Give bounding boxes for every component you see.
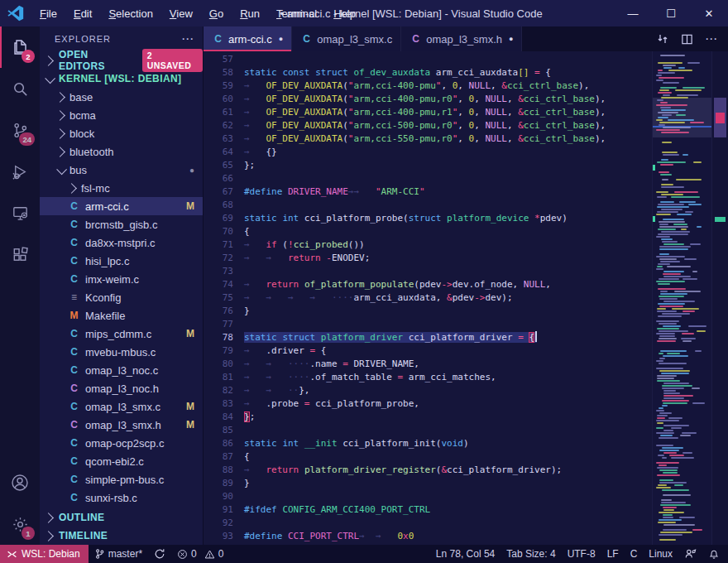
run-debug-activity-icon[interactable] — [0, 151, 40, 192]
open-editors-section[interactable]: OPEN EDITORS 2 UNSAVED — [40, 51, 203, 70]
code-line-75[interactable]: 75→ → → → ····arm_cci_auxdata, &pdev->de… — [204, 291, 650, 305]
code-line-90[interactable]: 90 — [204, 490, 650, 503]
code-line-92[interactable]: 92 — [204, 517, 650, 530]
git-branch-status[interactable]: master* — [89, 545, 148, 563]
eol-sequence[interactable]: LF — [601, 545, 625, 563]
code-line-86[interactable]: 86static int __init cci_platform_init(vo… — [204, 437, 650, 450]
tree-item-brcmstb_gisb.c[interactable]: Cbrcmstb_gisb.c — [40, 215, 203, 233]
code-line-78[interactable]: 78static struct platform_driver cci_plat… — [204, 331, 650, 344]
editor-more-actions-icon[interactable]: ⋯ — [705, 31, 718, 46]
tree-item-omap-ocp2scp.c[interactable]: Comap-ocp2scp.c — [40, 434, 203, 452]
open-changes-icon[interactable] — [656, 32, 669, 46]
tree-item-arm-cci.c[interactable]: Carm-cci.cM — [40, 197, 203, 215]
encoding[interactable]: UTF-8 — [562, 545, 601, 563]
close-button[interactable]: ✕ — [690, 0, 728, 26]
code-line-66[interactable]: 66 — [204, 172, 650, 185]
cursor-position[interactable]: Ln 78, Col 54 — [430, 545, 500, 563]
tree-item-Makefile[interactable]: MMakefile — [40, 306, 203, 325]
code-line-88[interactable]: 88→ return platform_driver_register(&cci… — [204, 464, 650, 477]
tree-item-bluetooth[interactable]: bluetooth — [40, 142, 203, 161]
remote-explorer-activity-icon[interactable] — [0, 192, 40, 233]
workspace-root-section[interactable]: KERNEL [WSL: DEBIAN] — [40, 70, 203, 88]
code-line-84[interactable]: 84}; — [204, 411, 650, 424]
extensions-activity-icon[interactable] — [0, 233, 40, 275]
outline-section[interactable]: OUTLINE — [40, 508, 203, 527]
menu-go[interactable]: Go — [202, 4, 231, 23]
code-line-67[interactable]: 67#define DRIVER_NAME→→ "ARM-CCI" — [204, 185, 650, 199]
sync-button[interactable] — [148, 545, 171, 563]
code-line-61[interactable]: 61→ OF_DEV_AUXDATA("arm,cci-400-pmu,r1",… — [204, 106, 650, 119]
code-line-62[interactable]: 62→ OF_DEV_AUXDATA("arm,cci-500-pmu,r0",… — [204, 119, 650, 132]
remote-os[interactable]: Linux — [643, 545, 678, 563]
timeline-section[interactable]: TIMELINE — [40, 527, 203, 545]
tab-omap_l3_smx.h[interactable]: Comap_l3_smx.h● — [401, 26, 522, 51]
code-line-80[interactable]: 80→ → ····.name = DRIVER_NAME, — [204, 358, 650, 371]
tree-item-omap_l3_noc.c[interactable]: Comap_l3_noc.c — [40, 361, 203, 379]
remote-indicator[interactable]: WSL: Debian — [0, 545, 89, 563]
feedback-button[interactable] — [678, 545, 702, 563]
code-line-63[interactable]: 63→ OF_DEV_AUXDATA("arm,cci-550-pmu,r0",… — [204, 132, 650, 146]
menu-run[interactable]: Run — [232, 4, 267, 23]
code-line-87[interactable]: 87{ — [204, 450, 650, 464]
tree-item-bcma[interactable]: bcma — [40, 106, 203, 124]
explorer-activity-icon[interactable]: 2 — [0, 26, 40, 68]
settings-activity-icon[interactable]: 1 — [0, 503, 40, 545]
notifications-button[interactable] — [702, 545, 728, 563]
menu-edit[interactable]: Edit — [66, 4, 99, 23]
tab-omap_l3_smx.c[interactable]: Comap_l3_smx.c — [292, 26, 401, 51]
tree-item-base[interactable]: base — [40, 88, 203, 106]
tree-item-omap_l3_noc.h[interactable]: Comap_l3_noc.h — [40, 379, 203, 397]
code-line-65[interactable]: 65}; — [204, 159, 650, 172]
menu-file[interactable]: File — [32, 4, 65, 23]
account-activity-icon[interactable] — [0, 462, 40, 503]
menu-selection[interactable]: Selection — [101, 4, 160, 23]
tree-item-Kconfig[interactable]: ≡Kconfig — [40, 288, 203, 306]
tree-item-fsl-mc[interactable]: fsl-mc — [40, 179, 203, 197]
code-line-60[interactable]: 60→ OF_DEV_AUXDATA("arm,cci-400-pmu,r0",… — [204, 93, 650, 106]
tree-item-sunxi-rsb.c[interactable]: Csunxi-rsb.c — [40, 488, 203, 507]
tree-item-imx-weim.c[interactable]: Cimx-weim.c — [40, 270, 203, 288]
minimap[interactable] — [652, 51, 711, 545]
code-line-64[interactable]: 64→ {} — [204, 146, 650, 159]
tree-item-omap_l3_smx.c[interactable]: Comap_l3_smx.cM — [40, 397, 203, 416]
search-activity-icon[interactable] — [0, 68, 40, 109]
indentation[interactable]: Tab Size: 4 — [500, 545, 561, 563]
tree-item-da8xx-mstpri.c[interactable]: Cda8xx-mstpri.c — [40, 233, 203, 252]
maximize-button[interactable]: ☐ — [652, 0, 690, 26]
source-control-activity-icon[interactable]: 24 — [0, 109, 40, 151]
language-mode[interactable]: C — [625, 545, 644, 563]
problems-status[interactable]: 0 0 — [171, 545, 229, 563]
code-line-76[interactable]: 76} — [204, 305, 650, 318]
unsaved-dot-icon[interactable]: ● — [279, 35, 283, 43]
explorer-more-actions-icon[interactable]: ⋯ — [181, 31, 194, 46]
tree-item-block[interactable]: block — [40, 124, 203, 142]
tree-item-bus[interactable]: bus● — [40, 161, 203, 179]
tree-item-hisi_lpc.c[interactable]: Chisi_lpc.c — [40, 252, 203, 270]
overview-ruler[interactable] — [711, 51, 728, 545]
code-line-79[interactable]: 79→ .driver = { — [204, 344, 650, 358]
code-line-68[interactable]: 68 — [204, 199, 650, 212]
code-line-73[interactable]: 73 — [204, 265, 650, 278]
code-line-70[interactable]: 70{ — [204, 225, 650, 238]
code-line-85[interactable]: 85 — [204, 424, 650, 437]
minimize-button[interactable]: — — [614, 0, 652, 26]
code-line-81[interactable]: 81→ → ····.of_match_table = arm_cci_matc… — [204, 371, 650, 384]
code-line-77[interactable]: 77 — [204, 318, 650, 331]
code-line-72[interactable]: 72→ → return -ENODEV; — [204, 252, 650, 265]
code-editor[interactable]: 5758static const struct of_dev_auxdata a… — [204, 51, 728, 545]
code-line-69[interactable]: 69static int cci_platform_probe(struct p… — [204, 212, 650, 225]
code-line-89[interactable]: 89} — [204, 477, 650, 490]
code-line-93[interactable]: 93#define CCI_PORT_CTRL→ → 0x0 — [204, 530, 650, 543]
code-line-58[interactable]: 58static const struct of_dev_auxdata arm… — [204, 66, 650, 79]
code-line-59[interactable]: 59→ OF_DEV_AUXDATA("arm,cci-400-pmu", 0,… — [204, 79, 650, 93]
tree-item-qcom-ebi2.c[interactable]: Cqcom-ebi2.c — [40, 452, 203, 470]
code-line-71[interactable]: 71→ if (!cci_probed()) — [204, 238, 650, 252]
tab-arm-cci.c[interactable]: Carm-cci.c● — [204, 26, 292, 51]
tree-item-mvebu-mbus.c[interactable]: Cmvebu-mbus.c — [40, 343, 203, 361]
split-editor-icon[interactable] — [681, 33, 693, 46]
unsaved-dot-icon[interactable]: ● — [509, 35, 513, 43]
code-line-82[interactable]: 82→ → ··}, — [204, 384, 650, 397]
menu-view[interactable]: View — [162, 4, 200, 23]
code-line-83[interactable]: 83→ .probe = cci_platform_probe, — [204, 397, 650, 411]
tree-item-simple-pm-bus.c[interactable]: Csimple-pm-bus.c — [40, 470, 203, 488]
